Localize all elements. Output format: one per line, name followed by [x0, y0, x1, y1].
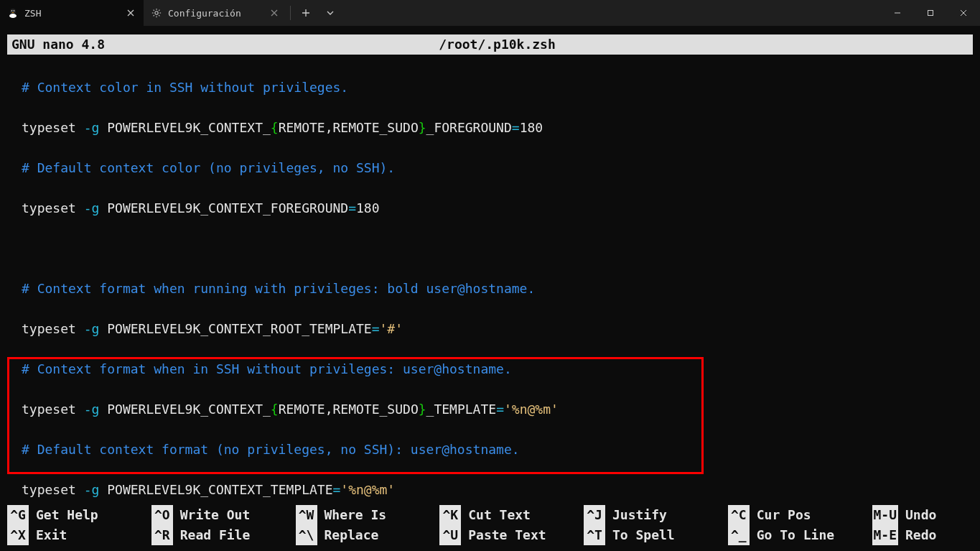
shortcut-replace[interactable]: ^\Replace	[296, 525, 440, 545]
code-token: {	[271, 120, 279, 135]
code-token: typeset	[22, 321, 84, 336]
tab-dropdown-button[interactable]	[318, 0, 342, 26]
new-tab-button[interactable]	[294, 0, 318, 26]
code-token: typeset	[22, 402, 84, 417]
shortcut-label: Undo	[905, 505, 936, 525]
shortcut-read-file[interactable]: ^RRead File	[151, 525, 296, 545]
code-token: 180	[356, 200, 380, 216]
nano-shortcuts-bar: ^GGet Help ^OWrite Out ^WWhere Is ^KCut …	[7, 505, 973, 545]
nano-file-path: /root/.p10k.zsh	[126, 34, 969, 55]
shortcut-get-help[interactable]: ^GGet Help	[7, 505, 151, 525]
window-titlebar: ZSH Configuración	[0, 0, 980, 26]
code-token: POWERLEVEL9K_CONTEXT_TEMPLATE	[99, 482, 332, 497]
shortcut-label: Replace	[325, 525, 379, 545]
code-token: -g	[84, 321, 100, 336]
code-comment: # Context format when in SSH without pri…	[22, 361, 512, 376]
shortcut-go-to-line[interactable]: ^_Go To Line	[728, 525, 872, 545]
close-icon[interactable]	[125, 7, 136, 19]
tab-label: ZSH	[24, 8, 119, 19]
shortcut-label: Get Help	[36, 505, 98, 525]
shortcut-row: ^GGet Help ^OWrite Out ^WWhere Is ^KCut …	[7, 505, 973, 525]
code-token: POWERLEVEL9K_CONTEXT_	[99, 120, 270, 135]
code-token: POWERLEVEL9K_CONTEXT_FOREGROUND	[99, 200, 348, 216]
shortcut-label: Paste Text	[468, 525, 546, 545]
shortcut-label: To Spell	[612, 525, 675, 545]
code-token: POWERLEVEL9K_CONTEXT_	[99, 402, 270, 417]
tab-config[interactable]: Configuración	[144, 0, 287, 26]
code-token: REMOTE,REMOTE_SUDO	[279, 402, 419, 417]
gear-icon	[151, 7, 162, 19]
code-token: typeset	[22, 482, 84, 497]
close-icon[interactable]	[269, 7, 280, 19]
code-comment: # Context color in SSH without privilege…	[22, 80, 348, 95]
code-token: '%n@%m'	[504, 402, 559, 417]
shortcut-label: Cur Pos	[757, 505, 811, 525]
code-token: 180	[520, 120, 543, 135]
code-token: {	[271, 402, 279, 417]
shortcut-label: Justify	[612, 505, 667, 525]
shortcut-paste-text[interactable]: ^UPaste Text	[439, 525, 584, 545]
svg-point-1	[9, 14, 17, 18]
shortcut-cut-text[interactable]: ^KCut Text	[439, 505, 584, 525]
code-token: =	[372, 321, 380, 336]
code-token: }	[419, 402, 426, 417]
shortcut-where-is[interactable]: ^WWhere Is	[296, 505, 440, 525]
shortcut-exit[interactable]: ^XExit	[7, 525, 151, 545]
shortcut-undo[interactable]: M-UUndo	[872, 505, 974, 525]
shortcut-to-spell[interactable]: ^TTo Spell	[584, 525, 728, 545]
code-token: =	[496, 402, 504, 417]
shortcut-label: Redo	[905, 525, 936, 545]
code-comment: # Default context format (no privileges,…	[22, 442, 520, 457]
code-token: -g	[84, 402, 100, 417]
code-token: -g	[84, 200, 100, 216]
code-token: _TEMPLATE	[426, 402, 497, 417]
code-token: typeset	[22, 120, 84, 135]
shortcut-label: Write Out	[180, 505, 251, 525]
shortcut-justify[interactable]: ^JJustify	[584, 505, 728, 525]
shortcut-label: Where Is	[325, 505, 387, 525]
code-token: _FOREGROUND	[426, 120, 512, 135]
code-token: typeset	[22, 200, 84, 216]
shortcut-label: Exit	[36, 525, 67, 545]
shortcut-row: ^XExit ^RRead File ^\Replace ^UPaste Tex…	[7, 525, 973, 545]
code-token: =	[348, 200, 356, 216]
close-window-button[interactable]	[947, 0, 980, 26]
code-token: '#'	[380, 321, 403, 336]
code-comment: # Default context color (no privileges, …	[22, 160, 395, 175]
code-token: -g	[84, 120, 100, 135]
code-token: -g	[84, 482, 100, 497]
shortcut-redo[interactable]: M-ERedo	[872, 525, 974, 545]
code-token: '%n@%m'	[340, 482, 395, 497]
window-controls	[881, 0, 980, 26]
terminal-viewport[interactable]: GNU nano 4.8 /root/.p10k.zsh # Context c…	[0, 26, 980, 551]
nano-app-name: GNU nano 4.8	[11, 34, 126, 55]
maximize-button[interactable]	[914, 0, 947, 26]
svg-point-3	[14, 10, 15, 11]
tab-zsh[interactable]: ZSH	[0, 0, 144, 26]
code-token: =	[333, 482, 341, 497]
code-comment: # Context format when running with privi…	[22, 281, 535, 296]
code-token: }	[419, 120, 426, 135]
shortcut-label: Cut Text	[468, 505, 531, 525]
minimize-button[interactable]	[881, 0, 914, 26]
svg-point-4	[155, 11, 158, 14]
code-token: =	[512, 120, 520, 135]
shortcut-write-out[interactable]: ^OWrite Out	[151, 505, 296, 525]
shortcut-cur-pos[interactable]: ^CCur Pos	[728, 505, 872, 525]
editor-content[interactable]: # Context color in SSH without privilege…	[7, 55, 973, 551]
svg-point-2	[11, 10, 13, 11]
code-token: REMOTE,REMOTE_SUDO	[279, 120, 419, 135]
tab-label: Configuración	[168, 8, 263, 19]
tux-icon	[7, 7, 19, 19]
shortcut-label: Go To Line	[757, 525, 834, 545]
code-token: POWERLEVEL9K_CONTEXT_ROOT_TEMPLATE	[99, 321, 371, 336]
svg-rect-5	[928, 11, 933, 16]
tab-separator	[290, 6, 291, 20]
nano-header-bar: GNU nano 4.8 /root/.p10k.zsh	[7, 34, 973, 55]
svg-point-0	[10, 9, 16, 14]
shortcut-label: Read File	[180, 525, 251, 545]
